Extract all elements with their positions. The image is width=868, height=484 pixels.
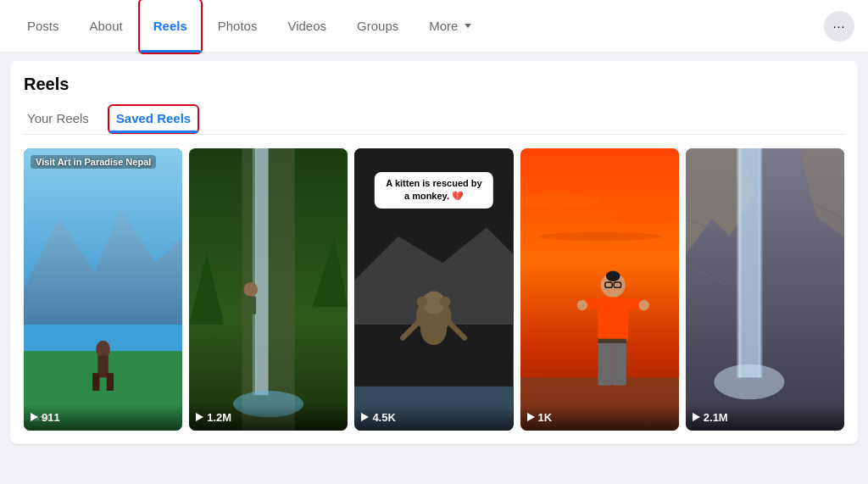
svg-point-4	[96, 341, 110, 359]
reel-3-overlay: 4.5K	[354, 404, 513, 431]
reel-1-label: Visit Art in Paradise Nepal	[31, 155, 156, 169]
reel-3-play-count: 4.5K	[361, 411, 506, 424]
reels-grid: TikTok Visit Art in Paradise Nepal 911	[24, 148, 844, 431]
svg-point-52	[714, 364, 784, 400]
reel-1-thumbnail: TikTok	[24, 148, 182, 431]
reel-2-overlay: 1.2M	[189, 404, 348, 431]
svg-rect-6	[92, 373, 99, 391]
svg-point-23	[440, 297, 450, 307]
svg-point-42	[638, 300, 648, 310]
svg-point-24	[420, 313, 447, 344]
svg-point-41	[576, 300, 587, 310]
play-icon-2	[196, 413, 203, 421]
reel-5-play-count: 2.1M	[693, 411, 837, 424]
reel-5-overlay: 2.1M	[686, 404, 844, 431]
main-content: Reels Your Reels Saved Reels	[10, 61, 858, 444]
reel-4-play-count: 1K	[527, 411, 672, 424]
sub-tabs: Your Reels Saved Reels	[24, 104, 844, 135]
svg-rect-7	[107, 373, 114, 391]
nav-item-reels[interactable]: Reels	[140, 0, 201, 53]
reel-4-thumbnail	[520, 148, 679, 431]
reel-card-4[interactable]: 1K	[520, 148, 679, 431]
reel-5-thumbnail	[686, 148, 844, 431]
nav-item-videos[interactable]: Videos	[274, 0, 340, 53]
svg-rect-45	[598, 339, 626, 343]
svg-rect-51	[758, 148, 762, 377]
nav-item-groups[interactable]: Groups	[343, 0, 412, 53]
svg-rect-50	[737, 148, 741, 377]
tab-saved-reels[interactable]: Saved Reels	[109, 106, 198, 132]
svg-point-31	[609, 214, 679, 224]
svg-rect-38	[598, 298, 627, 342]
svg-point-32	[537, 232, 661, 241]
svg-rect-49	[738, 148, 760, 377]
more-options-button[interactable]: ···	[824, 11, 854, 42]
reel-2-play-count: 1.2M	[196, 411, 341, 424]
svg-rect-11	[255, 148, 269, 395]
play-icon-4	[527, 413, 535, 421]
nav-item-photos[interactable]: Photos	[204, 0, 271, 53]
play-icon-5	[693, 413, 700, 421]
play-icon	[31, 413, 38, 421]
reel-2-thumbnail	[189, 148, 348, 431]
play-icon-3	[361, 413, 369, 421]
reel-card-5[interactable]: 2.1M	[686, 148, 844, 431]
section-title: Reels	[24, 75, 844, 94]
reel-card-2[interactable]: 1.2M	[189, 148, 348, 431]
reel-4-overlay: 1K	[520, 404, 679, 431]
chevron-down-icon	[465, 24, 471, 28]
speech-bubble: A kitten is rescued by a monkey. 💔	[375, 172, 493, 209]
reel-card-3[interactable]: A kitten is rescued by a monkey. 💔 4.5K	[354, 148, 513, 431]
reel-1-overlay: 911	[24, 404, 182, 431]
nav-item-more[interactable]: More	[415, 0, 485, 53]
nav-item-posts[interactable]: Posts	[14, 0, 73, 53]
svg-rect-14	[246, 297, 256, 314]
reel-card-1[interactable]: TikTok Visit Art in Paradise Nepal 911	[24, 148, 182, 431]
reel-1-play-count: 911	[31, 411, 175, 424]
nav-bar: Posts About Reels Photos Videos Groups M…	[0, 0, 868, 53]
svg-point-34	[605, 271, 620, 281]
nav-items: Posts About Reels Photos Videos Groups M…	[14, 0, 824, 53]
svg-rect-43	[598, 342, 612, 386]
svg-rect-44	[612, 342, 626, 386]
tab-your-reels[interactable]: Your Reels	[24, 104, 92, 134]
svg-rect-12	[253, 148, 256, 395]
svg-point-13	[244, 282, 259, 297]
nav-item-about[interactable]: About	[76, 0, 136, 53]
svg-point-22	[417, 297, 427, 307]
